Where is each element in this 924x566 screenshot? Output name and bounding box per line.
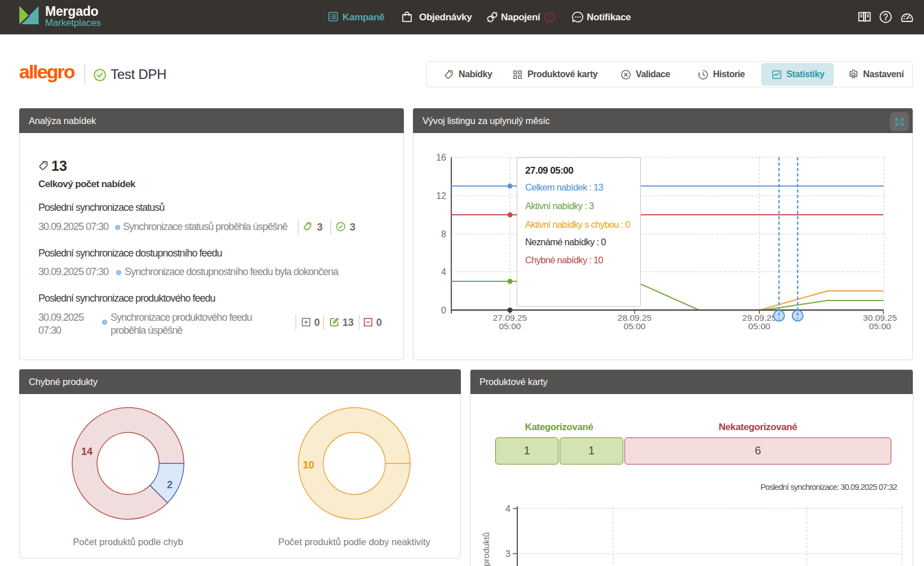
svg-text:14: 14 (81, 446, 93, 457)
svg-text:Počet produktů podle doby neak: Počet produktů podle doby neaktivity (278, 537, 430, 547)
svg-text:05:00: 05:00 (869, 321, 891, 331)
svg-text:10: 10 (303, 459, 314, 471)
svg-text:Počet produktů podle chyb: Počet produktů podle chyb (73, 537, 183, 547)
svg-text:05:00: 05:00 (499, 321, 521, 331)
svg-text:3: 3 (505, 549, 511, 559)
svg-text:16: 16 (436, 153, 446, 162)
svg-text:05:00: 05:00 (749, 321, 771, 331)
svg-text:Počet produktů: Počet produktů (481, 532, 491, 566)
svg-text:12: 12 (436, 191, 446, 201)
svg-text:4: 4 (505, 504, 511, 514)
svg-text:4: 4 (441, 267, 446, 277)
svg-text:2: 2 (167, 479, 173, 490)
svg-text:8: 8 (441, 229, 446, 239)
svg-text:05:00: 05:00 (624, 321, 646, 331)
svg-text:0: 0 (441, 306, 446, 315)
